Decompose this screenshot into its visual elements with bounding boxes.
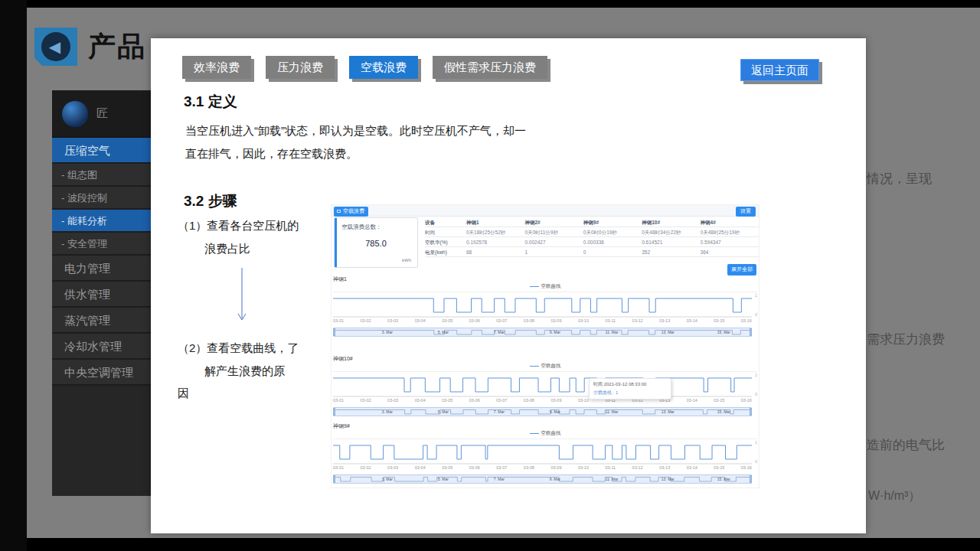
- step1-line1: （1）查看各台空压机的: [178, 219, 299, 233]
- section-steps-title: 3.2 步骤: [184, 191, 237, 211]
- chart-legend[interactable]: 空载曲线: [333, 430, 757, 437]
- x-tick: 03-15: [714, 398, 724, 404]
- x-tick: 03-11: [605, 465, 616, 471]
- slider-handle-right[interactable]: [750, 475, 752, 483]
- slider-date-label: 7. Mar: [494, 330, 505, 334]
- chart-legend[interactable]: 空载曲线: [333, 363, 757, 370]
- slider-handle-left[interactable]: [333, 475, 335, 483]
- x-tick: 03-06: [469, 398, 480, 404]
- legend-label: 空载曲线: [541, 430, 561, 437]
- slider-handle-left[interactable]: [333, 408, 335, 416]
- background-text-fragment: 需求压力浪费: [867, 331, 945, 348]
- y-axis-min: 0: [755, 312, 757, 317]
- x-tick: 03-04: [415, 398, 426, 404]
- slider-handle-right[interactable]: [750, 408, 752, 416]
- x-axis-ticks: 03-0103-0203-0303-0403-0503-0603-0703-08…: [333, 318, 757, 324]
- chart-block-神钢9#: 神钢9#空载曲线1003-0103-0203-0303-0403-0503-06…: [333, 422, 757, 484]
- x-tick: 03-04: [415, 465, 426, 471]
- left-black-bar: [0, 0, 27, 551]
- x-tick: 03-16: [741, 318, 752, 324]
- y-axis-max: 1: [755, 293, 757, 298]
- legend-label: 空载曲线: [541, 283, 561, 290]
- x-tick: 03-06: [469, 318, 480, 324]
- chart-legend[interactable]: 空载曲线: [333, 283, 757, 290]
- tab-空载浪费[interactable]: 空载浪费: [349, 56, 418, 79]
- x-tick: 03-09: [550, 398, 561, 404]
- x-tick: 03-13: [659, 465, 670, 471]
- x-tick: 03-01: [333, 318, 344, 324]
- sidebar-item[interactable]: 压缩空气: [52, 138, 153, 164]
- x-tick: 03-14: [687, 465, 697, 471]
- back-arrow-icon[interactable]: ◀: [34, 28, 77, 66]
- slider-date-label: 3. Mar: [382, 477, 393, 481]
- chart-zoom-slider[interactable]: 3. Mar5. Mar7. Mar9. Mar11. Mar13. Mar15…: [333, 474, 752, 484]
- dashboard-screenshot: 空载浪费 设置 空载浪费总数： 785.0 kWh 设备神钢1神钢2#神钢9#神…: [331, 204, 760, 488]
- return-main-button[interactable]: 返回主页面: [740, 59, 819, 81]
- slider-handle-right[interactable]: [750, 328, 752, 336]
- x-tick: 03-14: [687, 318, 697, 324]
- x-tick: 03-10: [578, 465, 589, 471]
- sidebar-item[interactable]: - 能耗分析: [52, 210, 153, 233]
- x-tick: 03-01: [333, 398, 344, 404]
- slider-date-label: 11. Mar: [606, 409, 619, 414]
- sidebar-logo-row: 匠: [52, 90, 153, 138]
- screen: ◀ 产品 匠 压缩空气- 组态图- 波段控制- 能耗分析- 安全管理电力管理供水…: [0, 0, 980, 551]
- tab-压力浪费[interactable]: 压力浪费: [266, 56, 335, 79]
- sidebar-item[interactable]: 电力管理: [52, 256, 153, 282]
- x-tick: 03-12: [632, 318, 643, 324]
- sidebar-item[interactable]: 中央空调管理: [52, 360, 153, 386]
- play-left-icon: ◀: [41, 32, 70, 61]
- slide-title-row: ◀ 产品: [34, 28, 146, 66]
- slider-date-label: 5. Mar: [438, 477, 449, 481]
- slider-date-label: 5. Mar: [438, 330, 449, 334]
- slider-date-label: 5. Mar: [438, 409, 449, 414]
- brand-logo-icon: [61, 100, 89, 128]
- down-arrow-icon: [237, 268, 247, 324]
- chart-title: 神钢10#: [333, 355, 757, 363]
- top-black-bar: [0, 0, 980, 8]
- slider-date-label: 9. Mar: [550, 409, 560, 414]
- sidebar-item[interactable]: 冷却水管理: [52, 334, 153, 360]
- slider-date-label: 13. Mar: [662, 409, 675, 414]
- sidebar-item[interactable]: 供水管理: [52, 282, 153, 308]
- tab-bar: 效率浪费压力浪费空载浪费假性需求压力浪费: [182, 56, 547, 79]
- slider-handle-left[interactable]: [333, 328, 335, 336]
- tab-假性需求压力浪费[interactable]: 假性需求压力浪费: [433, 56, 547, 79]
- x-tick: 03-07: [496, 318, 507, 324]
- chart-zoom-slider[interactable]: 3. Mar5. Mar7. Mar9. Mar11. Mar13. Mar15…: [333, 407, 752, 416]
- x-tick: 03-01: [333, 465, 344, 471]
- legend-line-icon: [530, 366, 539, 367]
- chart-plot-area[interactable]: 10: [333, 439, 757, 464]
- chart-block-神钢10#: 神钢10#空载曲线10时间 2021-03-12 08:33:00空载曲线 : …: [333, 355, 757, 416]
- chart-plot-area[interactable]: 10时间 2021-03-12 08:33:00空载曲线 : 1: [333, 371, 757, 396]
- tab-效率浪费[interactable]: 效率浪费: [182, 56, 251, 79]
- slider-date-label: 15. Mar: [717, 409, 730, 414]
- brand-name: 匠: [96, 106, 108, 121]
- sidebar-item[interactable]: 蒸汽管理: [52, 308, 153, 334]
- x-tick: 03-03: [387, 318, 398, 324]
- sidebar-item[interactable]: - 组态图: [52, 164, 153, 187]
- legend-line-icon: [530, 286, 539, 287]
- slider-date-label: 9. Mar: [550, 330, 560, 334]
- chart-zoom-slider[interactable]: 3. Mar5. Mar7. Mar9. Mar11. Mar13. Mar15…: [333, 328, 752, 337]
- sidebar-item[interactable]: - 安全管理: [52, 233, 153, 256]
- waste-detail-modal: 效率浪费压力浪费空载浪费假性需求压力浪费 返回主页面 3.1 定义 当空压机进入…: [151, 38, 866, 533]
- background-text-fragment: 情况，呈现: [867, 170, 932, 187]
- slider-date-label: 3. Mar: [382, 409, 393, 414]
- tooltip-value: 空载曲线 : 1: [593, 390, 667, 396]
- chart-plot-area[interactable]: 10: [333, 292, 757, 317]
- x-tick: 03-02: [361, 318, 371, 324]
- step1-line2: 浪费占比: [204, 242, 250, 256]
- chart-block-神钢1: 神钢1空载曲线1003-0103-0203-0303-0403-0503-060…: [333, 276, 757, 337]
- x-tick: 03-11: [605, 318, 616, 324]
- slider-date-label: 11. Mar: [606, 330, 619, 334]
- x-tick: 03-10: [578, 318, 589, 324]
- x-tick: 03-16: [741, 465, 752, 471]
- definition-text-line2: 直在排气，因此，存在空载浪费。: [185, 147, 358, 161]
- x-tick: 03-04: [415, 318, 426, 324]
- x-axis-ticks: 03-0103-0203-0303-0403-0503-0603-0703-08…: [333, 465, 757, 471]
- x-tick: 03-02: [361, 465, 371, 471]
- x-tick: 03-16: [741, 398, 752, 404]
- x-tick: 03-12: [632, 465, 643, 471]
- sidebar-item[interactable]: - 波段控制: [52, 187, 153, 210]
